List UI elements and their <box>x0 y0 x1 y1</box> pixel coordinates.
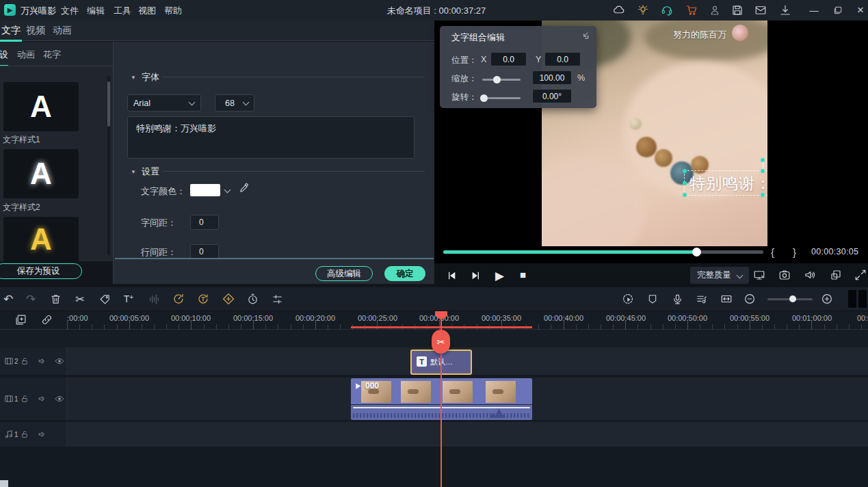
editor-scroll-indicator[interactable] <box>115 258 434 259</box>
eye-icon[interactable] <box>55 356 64 366</box>
mark-out-button[interactable]: } <box>793 246 796 258</box>
resize-handle[interactable] <box>683 181 687 185</box>
marker-shield-icon[interactable] <box>646 292 659 306</box>
text-style-card-3[interactable]: A <box>3 217 79 261</box>
mute-icon[interactable] <box>38 430 47 439</box>
text-content-input[interactable]: 特别鸣谢：万兴喵影 <box>127 116 415 159</box>
step-forward-button[interactable] <box>471 270 482 281</box>
split-scissors-icon[interactable]: ✂ <box>73 292 87 306</box>
seek-bar[interactable] <box>443 250 763 254</box>
audio-mixer-icon[interactable] <box>694 292 708 306</box>
menu-tools[interactable]: 工具 <box>114 5 131 17</box>
store-cart-icon[interactable] <box>685 4 698 16</box>
scale-input[interactable]: 100.00 <box>532 70 572 85</box>
close-button[interactable]: × <box>850 0 868 21</box>
resize-handle[interactable] <box>683 193 687 197</box>
save-icon[interactable] <box>731 4 744 16</box>
color-swatch[interactable] <box>190 184 220 196</box>
tips-bulb-icon[interactable] <box>637 4 649 16</box>
tab-video[interactable]: 视频 <box>26 25 45 37</box>
collapse-triangle-icon[interactable]: ▼ <box>131 75 136 81</box>
add-text-icon[interactable]: T+ <box>122 292 135 306</box>
style-list-scrollbar[interactable] <box>107 76 110 255</box>
rotate-input[interactable]: 0.00° <box>532 89 572 103</box>
tab-animation[interactable]: 动画 <box>53 25 72 37</box>
text-rotate-icon[interactable] <box>196 292 210 306</box>
seek-thumb[interactable] <box>692 248 701 256</box>
zoom-slider-thumb[interactable] <box>789 295 796 302</box>
track-header-video1[interactable]: 1 <box>0 378 67 420</box>
restore-button[interactable] <box>828 0 848 21</box>
download-icon[interactable] <box>779 4 791 16</box>
account-icon[interactable] <box>709 4 721 16</box>
scrollbar-corner[interactable] <box>0 480 8 487</box>
menu-help[interactable]: 帮助 <box>164 5 182 17</box>
snapshot-camera-icon[interactable] <box>778 269 791 281</box>
track-header-video2[interactable]: 2 <box>0 347 67 375</box>
subtab-fancy-text[interactable]: 花字 <box>43 49 61 61</box>
text-transform-panel[interactable]: 文字组合编辑 位置： X 0.0 Y 0.0 缩放： 100.00 % 旋转： … <box>440 26 596 108</box>
font-size-select[interactable]: 68 <box>215 94 254 111</box>
lock-icon[interactable] <box>21 357 29 366</box>
volume-icon[interactable] <box>804 269 816 281</box>
scale-slider[interactable] <box>482 79 521 81</box>
keyframe-icon[interactable] <box>222 292 235 306</box>
resize-handle[interactable] <box>761 193 765 197</box>
menu-file[interactable]: 文件 <box>61 5 79 17</box>
fit-timeline-icon[interactable] <box>720 292 733 306</box>
letter-spacing-input[interactable]: 0 <box>190 215 219 230</box>
line-spacing-input[interactable]: 0 <box>190 244 219 259</box>
x-input[interactable]: 0.0 <box>490 52 527 66</box>
undo-icon[interactable]: ↶ <box>1 292 15 306</box>
feedback-mail-icon[interactable] <box>754 4 767 16</box>
eye-icon[interactable] <box>55 394 64 404</box>
link-icon[interactable] <box>41 314 53 326</box>
timeline-zoom-slider[interactable] <box>767 298 813 300</box>
play-button[interactable]: ▶ <box>495 269 504 283</box>
delete-icon[interactable] <box>49 292 62 306</box>
audio-sync-icon[interactable] <box>147 292 161 306</box>
timer-icon[interactable] <box>246 292 259 306</box>
zoom-in-icon[interactable] <box>820 292 834 306</box>
subtab-preset[interactable]: 预设 <box>0 49 8 61</box>
stop-button[interactable]: ■ <box>520 269 526 280</box>
voiceover-mic-icon[interactable] <box>670 292 684 306</box>
resize-handle[interactable] <box>683 169 687 173</box>
track-lane-audio1[interactable] <box>67 422 868 447</box>
cloud-icon[interactable] <box>613 4 625 16</box>
tag-icon[interactable] <box>98 292 111 306</box>
y-input[interactable]: 0.0 <box>544 52 581 66</box>
zoom-out-icon[interactable] <box>743 292 757 306</box>
add-track-icon[interactable] <box>15 314 27 326</box>
resize-handle[interactable] <box>761 169 765 173</box>
collapse-panel-icon[interactable] <box>580 31 590 40</box>
font-section-header[interactable]: ▼ 字体 <box>131 71 159 83</box>
font-family-select[interactable]: Arial <box>127 94 201 111</box>
mirror-display-icon[interactable] <box>753 269 765 281</box>
lock-icon[interactable] <box>21 430 29 439</box>
lock-icon[interactable] <box>21 395 29 404</box>
chevron-down-icon[interactable] <box>224 187 231 194</box>
settings-section-header[interactable]: ▼ 设置 <box>131 166 159 178</box>
menu-view[interactable]: 视图 <box>138 5 156 17</box>
mark-in-button[interactable]: { <box>771 246 774 258</box>
rotate-slider-thumb[interactable] <box>480 94 488 102</box>
rotate-handle[interactable] <box>761 158 765 162</box>
collapse-triangle-icon[interactable]: ▼ <box>131 169 136 175</box>
export-frame-icon[interactable] <box>830 269 842 281</box>
save-as-preset-button[interactable]: 保存为预设 <box>0 263 82 279</box>
quality-select[interactable]: 完整质量 <box>690 267 749 284</box>
redo-icon[interactable]: ↷ <box>24 292 38 306</box>
menu-edit[interactable]: 编辑 <box>87 5 105 17</box>
track-header-audio1[interactable]: 1 <box>0 422 67 447</box>
rotate-slider[interactable] <box>482 97 521 99</box>
step-back-button[interactable] <box>446 270 457 281</box>
mute-icon[interactable] <box>38 357 47 366</box>
adjust-sliders-icon[interactable] <box>270 292 284 306</box>
subtab-animation[interactable]: 动画 <box>17 49 35 61</box>
mute-icon[interactable] <box>38 395 47 404</box>
support-headset-icon[interactable] <box>661 4 673 16</box>
scale-slider-thumb[interactable] <box>493 76 501 83</box>
text-style-card-2[interactable]: A <box>3 149 79 198</box>
speed-icon[interactable] <box>172 292 185 306</box>
